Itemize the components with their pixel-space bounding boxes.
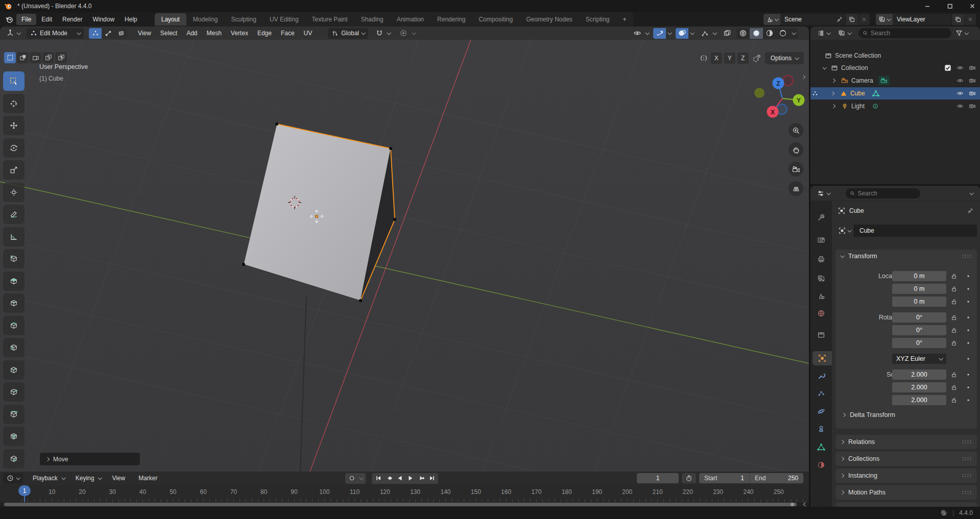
orthographic-toggle-button[interactable] [788,181,803,196]
proportional-options-chevron[interactable] [412,31,416,35]
section-relations[interactable]: Relations [835,435,977,449]
outliner-display-mode-button[interactable] [834,28,854,39]
properties-options-chevron[interactable] [969,191,973,195]
tool-poly-build[interactable] [3,382,25,402]
tab-view-layer[interactable] [810,271,832,286]
viewport-menu-item[interactable]: Select [156,30,182,37]
viewport-menu-item[interactable]: Face [276,30,299,37]
lock-icon[interactable] [950,285,958,292]
tool-select-box[interactable] [3,71,25,91]
tab-object-data[interactable] [810,440,832,454]
section-collections[interactable]: Collections [835,452,977,466]
outliner-row-camera[interactable]: Camera [810,75,980,87]
workspace-tab[interactable]: Sculpting [225,13,263,26]
viewlayer-name[interactable]: ViewLayer [893,16,951,23]
play-button[interactable] [405,474,416,483]
scrollbar-handle[interactable] [791,503,794,506]
lock-icon[interactable] [950,314,958,321]
falloff-icon[interactable] [753,54,761,62]
animate-dot-icon[interactable] [966,398,971,403]
expand-chevron-icon[interactable] [831,104,835,108]
transform-panel-header[interactable]: Transform [835,250,977,263]
workspace-tab[interactable]: Animation [390,13,431,26]
camera-view-button[interactable] [788,162,803,177]
scale-x-field[interactable]: 2.000 [892,369,946,380]
scale-y-field[interactable]: 2.000 [892,382,946,392]
animate-dot-icon[interactable] [966,286,971,291]
vertex-select-mode-button[interactable] [89,28,102,39]
auto-keying-button[interactable] [346,474,357,483]
menu-render[interactable]: Render [57,14,87,25]
expand-chevron-icon[interactable] [830,91,834,95]
hide-eye-icon[interactable] [957,90,964,97]
visibility-toggle[interactable] [631,28,650,39]
timeline-editor-type-button[interactable] [3,473,23,484]
rendered-shading-button[interactable] [776,28,790,39]
animate-dot-icon[interactable] [966,274,971,279]
toggle-xray-button[interactable] [721,28,733,39]
outliner-row-collection[interactable]: Collection [810,62,980,74]
mode-selector[interactable]: Edit Mode [27,28,84,39]
outliner-row-scene-collection[interactable]: Scene Collection [810,50,980,62]
viewport-menu-item[interactable]: Edge [253,30,276,37]
object-name-field[interactable]: Cube [859,227,874,234]
auto-keying-options-chevron[interactable] [357,474,365,483]
disable-render-icon[interactable] [969,103,976,110]
lock-icon[interactable] [950,298,958,305]
tool-move[interactable] [3,116,25,135]
viewport-menu-item[interactable]: Mesh [202,30,226,37]
section-motion-paths[interactable]: Motion Paths [835,485,977,500]
object-id-browse-button[interactable] [835,225,854,237]
tab-modifiers[interactable] [810,369,832,383]
add-workspace-button[interactable]: + [616,13,633,26]
scene-delete-button[interactable] [858,14,870,25]
close-button[interactable] [969,3,976,10]
material-preview-button[interactable] [763,28,776,39]
minimize-button[interactable] [924,3,931,10]
mirror-x-button[interactable]: X [711,53,722,64]
scale-z-field[interactable]: 2.000 [892,395,946,405]
select-intersect-button[interactable] [55,52,67,63]
disable-render-icon[interactable] [969,90,976,97]
workspace-tab[interactable]: Modeling [186,13,225,26]
zoom-button[interactable] [788,123,803,138]
outliner-row-light[interactable]: Light [810,100,980,112]
section-instancing[interactable]: Instancing [835,468,977,483]
current-frame-indicator[interactable]: 1 [18,485,31,496]
jump-to-end-button[interactable] [426,474,437,483]
outliner-search[interactable] [858,28,951,38]
operator-panel-move[interactable]: Move [39,452,140,466]
location-z-field[interactable]: 0 m [892,296,946,307]
pin-id-icon[interactable] [967,207,974,214]
lock-icon[interactable] [950,339,958,347]
viewport-menu-item[interactable]: Add [182,30,202,37]
tool-cursor[interactable] [3,94,25,113]
disable-render-icon[interactable] [969,64,976,71]
tool-add-cube[interactable] [3,249,25,268]
snap-options-chevron[interactable] [387,31,391,35]
workspace-tab[interactable]: Shading [354,13,390,26]
breadcrumb-object-name[interactable]: Cube [849,207,864,214]
show-gizmo-toggle[interactable] [653,28,673,39]
tool-bevel[interactable] [3,316,25,335]
hide-eye-icon[interactable] [957,103,964,110]
timeline-view-menu[interactable]: View [107,475,130,482]
previous-keyframe-button[interactable] [384,474,394,483]
snap-toggle-button[interactable] [373,28,386,39]
outliner-search-input[interactable] [871,30,947,37]
tool-loop-cut[interactable] [3,338,25,357]
start-frame-field[interactable]: Start 1 [699,473,749,483]
jump-to-start-button[interactable] [373,474,384,483]
show-overlays-toggle[interactable] [676,28,695,39]
menu-edit[interactable]: Edit [36,14,57,25]
viewlayer-new-button[interactable] [951,14,964,25]
proportional-edit-button[interactable] [397,28,410,39]
animate-dot-icon[interactable] [966,340,971,345]
checkbox-icon[interactable] [944,64,951,71]
properties-search-input[interactable] [858,190,916,197]
tool-rotate[interactable] [3,138,25,158]
solid-shading-button[interactable] [750,28,763,39]
menu-file[interactable]: File [16,14,36,25]
blender-menu-icon[interactable] [5,15,13,23]
next-keyframe-button[interactable] [416,474,426,483]
